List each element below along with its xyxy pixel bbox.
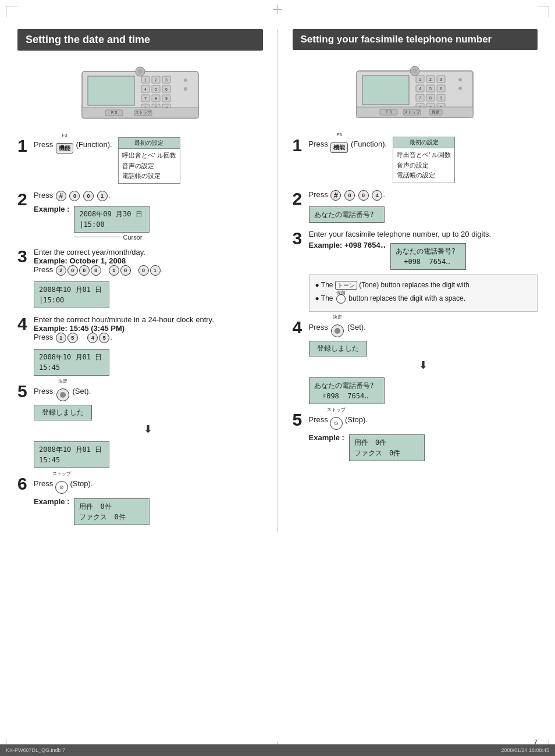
svg-text:3: 3 [440, 77, 442, 81]
svg-point-71 [412, 69, 417, 73]
svg-text:ストップ: ストップ [404, 110, 421, 114]
corner-mark-tl [6, 6, 17, 17]
svg-text:3: 3 [165, 78, 168, 82]
svg-text:5: 5 [155, 87, 157, 91]
svg-text:6: 6 [440, 87, 442, 91]
svg-text:4: 4 [144, 87, 147, 91]
left-step-1: 1 Press F3 機能 (Function). 最初の設定 [17, 137, 263, 184]
svg-point-26 [184, 79, 187, 82]
svg-text:7: 7 [144, 97, 147, 101]
left-step2-display: 2008年09 月30 日|15:00 [74, 206, 150, 233]
fax-illustration-right: 1 2 3 4 5 6 7 8 [293, 59, 538, 131]
svg-text:ストップ: ストップ [135, 110, 152, 115]
corner-mark-tr [538, 6, 549, 17]
column-divider [278, 29, 278, 532]
left-step6-display: 用件 0件ファクス 0件 [74, 498, 150, 525]
svg-text:6: 6 [165, 87, 168, 91]
svg-text:5: 5 [429, 87, 432, 91]
right-step2-display: あなたの電話番号? [309, 206, 385, 223]
cross-mark-top [273, 5, 282, 14]
footer-bar: KX-PW607DL_QG.indb 7 2008/01/24 16:08:45 [0, 744, 555, 756]
left-step-3: 3 Enter the correct year/month/day. Exam… [17, 248, 263, 308]
svg-text:4: 4 [419, 87, 421, 91]
svg-point-27 [184, 87, 187, 91]
left-step5-display2: 2008年10 月01 日15:45 [34, 441, 109, 468]
right-step1-menu: 最初の設定 呼出音とベ' ル回数 音声の設定 電話帳の設定 [393, 137, 455, 183]
svg-text:F 3: F 3 [111, 110, 117, 115]
left-step-5: 5 Press 決定 (Set). 登録しました ⬇ [17, 383, 263, 468]
fax-illustration-left: 1 2 3 4 5 6 7 [17, 60, 263, 131]
left-step-6: 6 Press ストップ ⊙ (Stop). Example : [17, 475, 263, 525]
svg-point-34 [138, 69, 143, 74]
left-step-2: 2 Press # 0 0 1. Example : 2008年09 月30 日… [17, 191, 263, 241]
svg-text:8: 8 [155, 97, 157, 101]
footer-left: KX-PW607DL_QG.indb 7 [6, 747, 65, 753]
right-step-2: 2 Press # 0 0 4. あなたの電話番号? [293, 190, 538, 223]
left-section-title: Setting the date and time [17, 29, 263, 51]
left-step1-menu: 最初の設定 呼出音とベ' ル回数 音声の設定 電話帳の設定 [118, 137, 180, 184]
right-step-3: 3 Enter your facsimile telephone number,… [293, 230, 538, 312]
right-column: Setting your facsimile telephone number … [293, 29, 538, 532]
left-column: Setting the date and time 1 2 [17, 29, 263, 532]
svg-text:1: 1 [419, 77, 421, 81]
right-step4-registered: 登録しました [309, 341, 367, 356]
right-step5-display: 用件 0件ファクス 0件 [349, 434, 425, 461]
page-container: Setting the date and time 1 2 [0, 0, 555, 756]
svg-point-61 [458, 78, 462, 81]
left-step-4: 4 Enter the correct hour/minute in a 24-… [17, 315, 263, 376]
svg-text:7: 7 [419, 96, 421, 100]
svg-text:2: 2 [429, 77, 432, 81]
svg-text:2: 2 [155, 78, 157, 82]
svg-text:F 3: F 3 [386, 110, 392, 114]
right-step3-display: あなたの電話番号? +098 7654‥ [390, 243, 466, 270]
fax-svg-left: 1 2 3 4 5 6 7 [70, 60, 210, 130]
svg-text:1: 1 [144, 78, 147, 82]
svg-text:9: 9 [165, 97, 168, 101]
right-step-1: 1 Press F3 機能 (Function). 最初の設定 [293, 137, 538, 183]
right-step3-note: ● The トーン (Tone) button replaces the dig… [309, 274, 538, 312]
svg-text:保留: 保留 [432, 110, 440, 114]
fax-svg-right: 1 2 3 4 5 6 7 8 [345, 59, 485, 129]
svg-rect-1 [88, 76, 134, 105]
svg-text:8: 8 [429, 96, 432, 100]
right-step-4: 4 Press 決定 (Set). 登録しました ⬇ [293, 319, 538, 404]
left-step3-display: 2008年10 月01 日|15:00 [34, 281, 109, 308]
left-step4-display: 2008年10 月01 日15:45 [34, 349, 109, 376]
svg-point-62 [458, 87, 462, 90]
footer-right: 2008/01/24 16:08:45 [501, 747, 549, 753]
svg-rect-36 [362, 76, 409, 105]
right-section-title: Setting your facsimile telephone number [293, 29, 538, 50]
left-step5-registered: 登録しました [34, 405, 92, 420]
svg-text:9: 9 [440, 96, 442, 100]
right-step-5: 5 Press ストップ ⊙ (Stop). Example : [293, 411, 538, 461]
right-step4-display2: あなたの電話番号? ♯098 7654‥ [309, 377, 385, 404]
